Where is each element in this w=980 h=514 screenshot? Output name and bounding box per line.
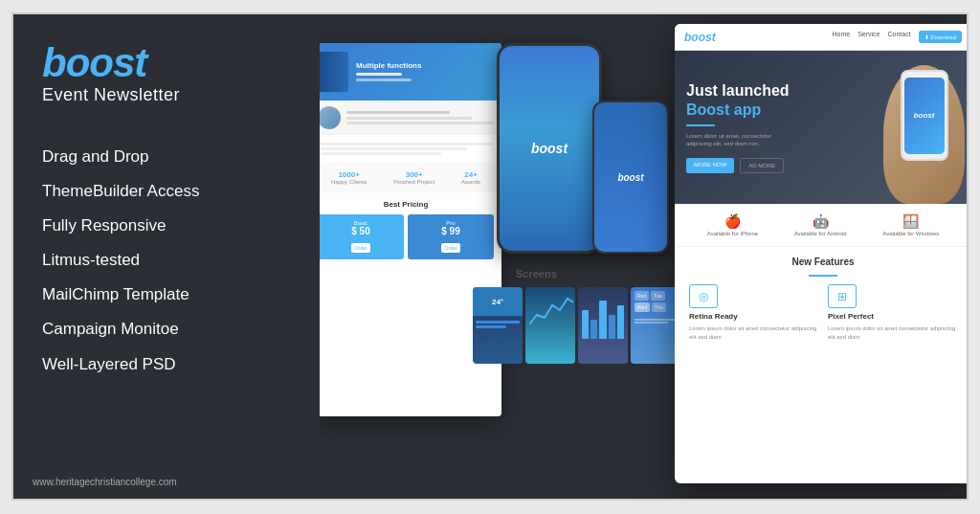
- card-section: [320, 135, 501, 163]
- card-header: Multiple functions: [320, 43, 501, 101]
- screen-tile-1: 24°: [473, 287, 523, 364]
- browser-nav-links: Home Service Contact ⬇ Download: [832, 31, 962, 43]
- browser-mockup: boost Home Service Contact ⬇ Download Ju…: [675, 24, 967, 483]
- hero-line1: Just launched: [686, 82, 790, 99]
- platform-ios-label: Available for iPhone: [707, 231, 758, 236]
- stat-item: 1000+ Happy Clients: [331, 170, 367, 185]
- feature-text: Lorem ipsum dolor sit amet consectetur a…: [828, 324, 957, 342]
- card-line: [320, 152, 441, 155]
- left-panel: boost Event Newsletter Drag and Drop The…: [13, 14, 320, 499]
- stat-label: Happy Clients: [331, 179, 367, 185]
- stat-number: 24+: [461, 170, 480, 179]
- platform-windows-label: Available for Windows: [882, 231, 939, 236]
- feature-text: Lorem ipsum dolor sit amet consectetur a…: [689, 324, 818, 342]
- feature-title: Retina Ready: [689, 312, 818, 321]
- card-line: [320, 147, 467, 150]
- right-panel: Multiple functions: [320, 14, 967, 499]
- phone-small-screen: boost: [594, 102, 667, 252]
- phone-logo: boost: [531, 141, 568, 156]
- price-amount: $ 50: [322, 226, 400, 236]
- feature-item: ThemeBuilder Access: [42, 174, 291, 209]
- price-amount: $ 99: [412, 226, 490, 236]
- new-features-title: New Features: [689, 257, 957, 267]
- avatar: [320, 106, 341, 129]
- feature-title: Pixel Perfect: [828, 312, 957, 321]
- stat-label: Awards: [461, 179, 480, 185]
- website-url: www.heritagechristiancollege.com: [33, 477, 177, 487]
- price-button[interactable]: Order: [351, 243, 371, 253]
- hero-phone: boost: [883, 60, 960, 194]
- windows-icon: 🪟: [882, 213, 939, 229]
- stat-number: 300+: [393, 170, 434, 179]
- new-features-section: New Features ◎ Retina Ready Lorem ipsum …: [675, 247, 967, 351]
- screens-label: Screens: [516, 268, 557, 279]
- phone-large: boost: [497, 43, 602, 254]
- platform-ios: 🍎 Available for iPhone: [707, 213, 758, 236]
- stat-item: 24+ Awards: [461, 170, 480, 185]
- pricing-cards: Basic $ 50 Order Pro $ 99 Order: [320, 214, 494, 259]
- pricing-title: Best Pricing: [320, 200, 494, 209]
- feature-item: Litmus-tested: [42, 243, 291, 278]
- card-header-text: Multiple functions: [356, 60, 421, 83]
- retina-icon: ◎: [689, 284, 718, 308]
- feature-item: Campaign Monitoe: [42, 312, 291, 346]
- browser-logo: boost: [684, 31, 716, 44]
- card-line: [356, 73, 402, 76]
- card-title: Multiple functions: [356, 60, 421, 71]
- book-icon: [320, 52, 348, 92]
- nav-link-contact[interactable]: Contact: [888, 31, 911, 43]
- browser-navbar: boost Home Service Contact ⬇ Download: [675, 24, 967, 51]
- card-line: [346, 111, 450, 114]
- boost-logo: boost: [42, 43, 291, 83]
- feature-item: Drag and Drop: [42, 140, 291, 174]
- card-line: [356, 78, 412, 81]
- pricing-card-basic: Basic $ 50 Order: [320, 214, 404, 259]
- price-button[interactable]: Order: [441, 243, 461, 253]
- phone-screen: boost: [500, 46, 599, 251]
- feature-retina: ◎ Retina Ready Lorem ipsum dolor sit ame…: [689, 284, 818, 342]
- screen-tile-3: [578, 287, 628, 364]
- screen-tile-4: Red Tue Wed Thu: [631, 287, 680, 364]
- stat-label: Finished Project: [393, 179, 434, 185]
- screen-tile-2: [525, 287, 575, 364]
- phone-screen: boost: [904, 78, 945, 154]
- feature-pixel: ⊞ Pixel Perfect Lorem ipsum dolor sit am…: [828, 284, 957, 342]
- nav-link-home[interactable]: Home: [832, 31, 850, 43]
- browser-hero: Just launched Boost app Lorem dolor sit …: [675, 51, 967, 204]
- feature-item: MailChimp Template: [42, 278, 291, 312]
- platform-section: 🍎 Available for iPhone 🤖 Available for A…: [675, 204, 967, 247]
- hero-primary-button[interactable]: MORE NOW: [686, 158, 734, 173]
- phone-small-logo: boost: [617, 172, 643, 183]
- logo-area: boost Event Newsletter: [42, 43, 291, 105]
- hero-buttons: MORE NOW AD MORE: [686, 158, 883, 173]
- stat-number: 1000+: [331, 170, 367, 179]
- pricing-section: Best Pricing Basic $ 50 Order Pro $ 99 O…: [320, 192, 501, 267]
- platform-windows: 🪟 Available for Windows: [882, 213, 939, 236]
- features-list: Drag and Drop ThemeBuilder Access Fully …: [42, 140, 291, 382]
- features-grid: ◎ Retina Ready Lorem ipsum dolor sit ame…: [689, 284, 957, 342]
- stat-item: 300+ Finished Project: [393, 170, 434, 185]
- card-line: [346, 122, 494, 124]
- phone-device: boost: [901, 70, 948, 161]
- download-button[interactable]: ⬇ Download: [919, 31, 962, 43]
- card-stats: 1000+ Happy Clients 300+ Finished Projec…: [320, 163, 501, 192]
- apple-icon: 🍎: [707, 213, 758, 229]
- phones-area: boost boost: [497, 43, 602, 254]
- pricing-card-pro: Pro $ 99 Order: [408, 214, 494, 259]
- hero-text: Just launched Boost app Lorem dolor sit …: [686, 81, 883, 172]
- feature-item: Fully Responsive: [42, 209, 291, 243]
- card-line: [320, 143, 494, 145]
- pixel-icon: ⊞: [828, 284, 857, 308]
- main-container: boost Event Newsletter Drag and Drop The…: [11, 12, 969, 501]
- android-icon: 🤖: [794, 213, 847, 229]
- feature-item: Well-Layered PSD: [42, 347, 291, 382]
- hero-title: Just launched Boost app: [686, 81, 883, 118]
- nav-link-service[interactable]: Service: [858, 31, 880, 43]
- hero-secondary-button[interactable]: AD MORE: [740, 158, 784, 173]
- logo-subtitle: Event Newsletter: [42, 85, 291, 105]
- platform-android: 🤖 Available for Android: [794, 213, 847, 236]
- phone-small: boost: [592, 101, 669, 254]
- screen-tiles: 24°: [473, 287, 680, 364]
- platform-android-label: Available for Android: [794, 231, 847, 236]
- hand-graphic: boost: [883, 65, 965, 204]
